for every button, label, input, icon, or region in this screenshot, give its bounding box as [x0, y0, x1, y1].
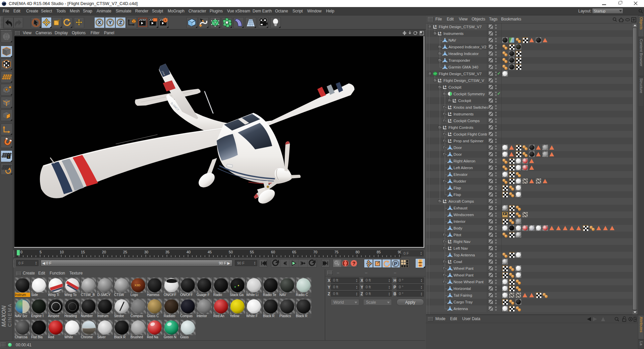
svg-text:0: 0 — [440, 31, 441, 34]
svg-text:0: 0 — [450, 105, 451, 108]
svg-text:Z: Z — [119, 19, 122, 25]
svg-text:X: X — [98, 19, 101, 25]
svg-text:?: ? — [352, 260, 355, 266]
svg-text:P: P — [394, 261, 397, 266]
svg-text:Y: Y — [108, 19, 112, 25]
svg-text:0: 0 — [450, 112, 451, 115]
svg-text:0: 0 — [445, 85, 446, 88]
svg-text:0: 0 — [445, 199, 446, 202]
svg-text:0: 0 — [450, 118, 451, 121]
svg-text:0: 0 — [450, 132, 451, 135]
svg-text:0: 0 — [450, 239, 451, 242]
svg-text:0: 0 — [450, 259, 451, 262]
svg-text:0: 0 — [450, 246, 451, 249]
svg-text:0: 0 — [454, 98, 456, 101]
svg-text:0: 0 — [445, 125, 446, 128]
svg-text:0: 0 — [435, 24, 437, 28]
svg-text:0: 0 — [450, 139, 451, 142]
svg-text:0: 0 — [440, 78, 441, 81]
